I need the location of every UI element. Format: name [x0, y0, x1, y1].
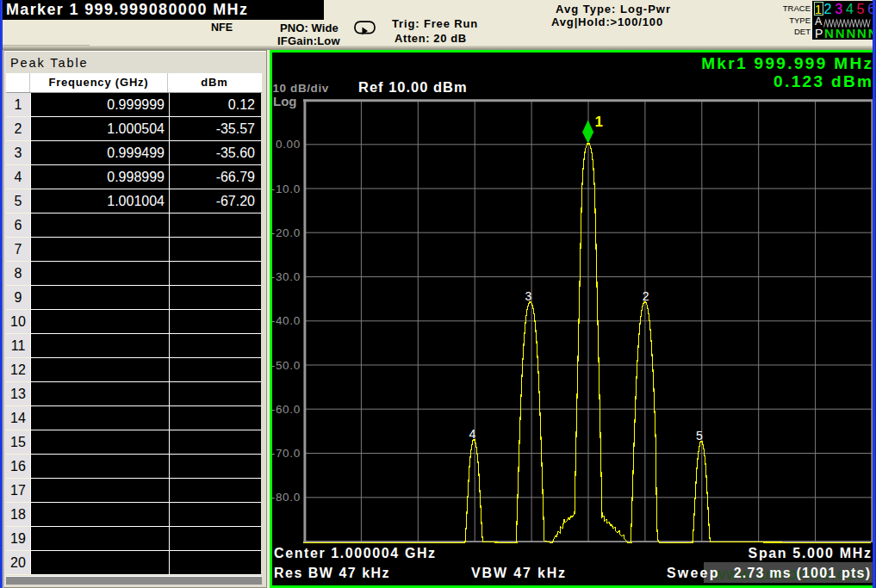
svg-text:5: 5: [696, 429, 703, 443]
svg-text:-70.0: -70.0: [272, 447, 301, 460]
svg-text:0.123 dBm: 0.123 dBm: [773, 72, 873, 90]
svg-text:0.00: 0.00: [276, 138, 301, 151]
svg-text:-20.0: -20.0: [272, 226, 301, 239]
svg-text:-10.0: -10.0: [272, 183, 301, 195]
svg-text:2.73 ms (1001 pts): 2.73 ms (1001 pts): [734, 566, 871, 580]
svg-text:Center 1.000004 GHz: Center 1.000004 GHz: [274, 546, 437, 560]
svg-text:Log: Log: [273, 94, 297, 108]
svg-text:Ref 10.00 dBm: Ref 10.00 dBm: [358, 79, 468, 95]
svg-text:-80.0: -80.0: [272, 491, 301, 504]
svg-text:4: 4: [469, 427, 476, 441]
svg-text:-30.0: -30.0: [272, 270, 301, 283]
svg-text:Sweep: Sweep: [667, 566, 720, 580]
svg-text:Res BW 47 kHz: Res BW 47 kHz: [274, 566, 390, 580]
svg-text:10 dB/div: 10 dB/div: [273, 82, 329, 95]
svg-text:VBW 47 kHz: VBW 47 kHz: [471, 566, 567, 580]
svg-text:-40.0: -40.0: [272, 314, 301, 327]
svg-text:-50.0: -50.0: [272, 359, 301, 372]
svg-text:Span 5.000 MHz: Span 5.000 MHz: [749, 546, 873, 560]
svg-text:3: 3: [525, 289, 532, 303]
svg-text:1: 1: [595, 114, 603, 130]
svg-text:Mkr1 999.999 MHz: Mkr1 999.999 MHz: [701, 54, 873, 72]
svg-text:-60.0: -60.0: [272, 403, 301, 416]
svg-text:2: 2: [643, 289, 649, 303]
